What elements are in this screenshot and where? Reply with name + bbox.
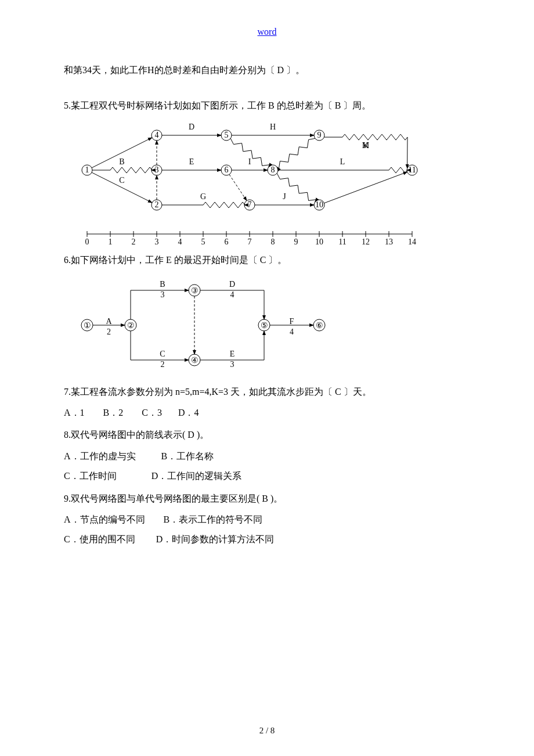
svg-text:4: 4 bbox=[155, 131, 159, 139]
q9-options-row1: A．节点的编号不同 B．表示工作的符号不同 bbox=[64, 511, 470, 528]
svg-text:10: 10 bbox=[315, 200, 323, 209]
svg-line-69 bbox=[229, 175, 247, 201]
q6-text: 6.如下网络计划中，工作 E 的最迟开始时间是〔 C 〕。 bbox=[64, 251, 470, 269]
svg-text:14: 14 bbox=[408, 237, 416, 246]
svg-text:7: 7 bbox=[248, 200, 252, 209]
svg-text:④: ④ bbox=[191, 356, 199, 365]
q6-figure: ①②③④⑤⑥ A2B3C2D4E3F4 bbox=[75, 273, 342, 377]
svg-text:B: B bbox=[119, 157, 124, 166]
svg-text:⑤: ⑤ bbox=[261, 321, 268, 330]
svg-text:2: 2 bbox=[155, 200, 159, 209]
svg-text:0: 0 bbox=[85, 237, 89, 246]
svg-text:D: D bbox=[229, 280, 235, 289]
svg-text:E: E bbox=[230, 350, 235, 358]
svg-text:C: C bbox=[160, 350, 165, 358]
q5-figure: 01234567891011121314 1342567891011 ABCDE… bbox=[75, 118, 424, 246]
svg-text:5: 5 bbox=[201, 237, 205, 246]
svg-text:8: 8 bbox=[271, 237, 275, 246]
svg-text:4: 4 bbox=[290, 327, 294, 336]
q9-text: 9.双代号网络图与单代号网络图的最主要区别是( B )。 bbox=[64, 490, 470, 507]
svg-text:3: 3 bbox=[161, 290, 165, 299]
svg-text:C: C bbox=[119, 176, 124, 185]
svg-text:4: 4 bbox=[230, 290, 234, 299]
svg-text:L: L bbox=[340, 157, 345, 166]
q4-tail: 和第34天，如此工作H的总时差和自由时差分别为〔 D 〕。 bbox=[64, 62, 470, 79]
header-link[interactable]: word bbox=[64, 23, 470, 41]
q8-text: 8.双代号网络图中的箭线表示( D )。 bbox=[64, 426, 470, 444]
svg-text:2: 2 bbox=[161, 360, 165, 369]
q7-text: 7.某工程各流水参数分别为 n=5,m=4,K=3 天，如此其流水步距为〔 C … bbox=[64, 383, 470, 401]
svg-text:9: 9 bbox=[294, 237, 298, 246]
svg-text:I: I bbox=[248, 157, 251, 166]
svg-text:1: 1 bbox=[85, 165, 89, 174]
svg-text:B: B bbox=[160, 280, 165, 289]
page-footer: 2 / 8 bbox=[0, 722, 534, 739]
svg-text:F: F bbox=[290, 317, 294, 326]
q9-options-row2: C．使用的围不同 D．时间参数的计算方法不同 bbox=[64, 531, 470, 548]
q7-options: A．1 B．2 C．3 D．4 bbox=[64, 404, 470, 422]
svg-text:D: D bbox=[189, 123, 194, 131]
svg-text:1: 1 bbox=[109, 237, 113, 246]
svg-line-74 bbox=[324, 172, 407, 203]
svg-text:G: G bbox=[200, 192, 206, 201]
svg-text:3: 3 bbox=[155, 237, 159, 246]
svg-text:2: 2 bbox=[132, 237, 136, 246]
svg-text:4: 4 bbox=[178, 237, 182, 246]
svg-text:10: 10 bbox=[315, 237, 323, 246]
svg-text:3: 3 bbox=[155, 165, 159, 174]
svg-text:2: 2 bbox=[107, 327, 111, 336]
svg-text:3: 3 bbox=[230, 360, 234, 369]
q8-options-row1: A．工作的虚与实 B．工作名称 bbox=[64, 448, 470, 465]
svg-text:9: 9 bbox=[317, 131, 322, 139]
header-link-text: word bbox=[258, 27, 277, 37]
svg-text:③: ③ bbox=[191, 286, 199, 295]
q5-text: 5.某工程双代号时标网络计划如如下图所示，工作 B 的总时差为〔 B 〕周。 bbox=[64, 97, 470, 114]
svg-text:M: M bbox=[362, 141, 370, 150]
svg-text:②: ② bbox=[127, 321, 135, 330]
q8-options-row2: C．工作时间 D．工作间的逻辑关系 bbox=[64, 467, 470, 485]
svg-text:E: E bbox=[189, 157, 194, 166]
svg-text:H: H bbox=[270, 123, 276, 131]
svg-text:6: 6 bbox=[225, 237, 229, 246]
svg-text:8: 8 bbox=[271, 165, 275, 174]
svg-text:6: 6 bbox=[225, 165, 229, 174]
svg-text:①: ① bbox=[84, 321, 91, 330]
svg-text:11: 11 bbox=[338, 237, 346, 246]
svg-text:12: 12 bbox=[362, 237, 370, 246]
svg-text:5: 5 bbox=[225, 131, 229, 139]
svg-text:13: 13 bbox=[385, 237, 393, 246]
svg-text:⑥: ⑥ bbox=[316, 321, 323, 330]
svg-text:A: A bbox=[106, 317, 112, 326]
svg-text:J: J bbox=[283, 192, 286, 201]
svg-text:11: 11 bbox=[408, 165, 416, 174]
svg-text:7: 7 bbox=[248, 237, 252, 246]
